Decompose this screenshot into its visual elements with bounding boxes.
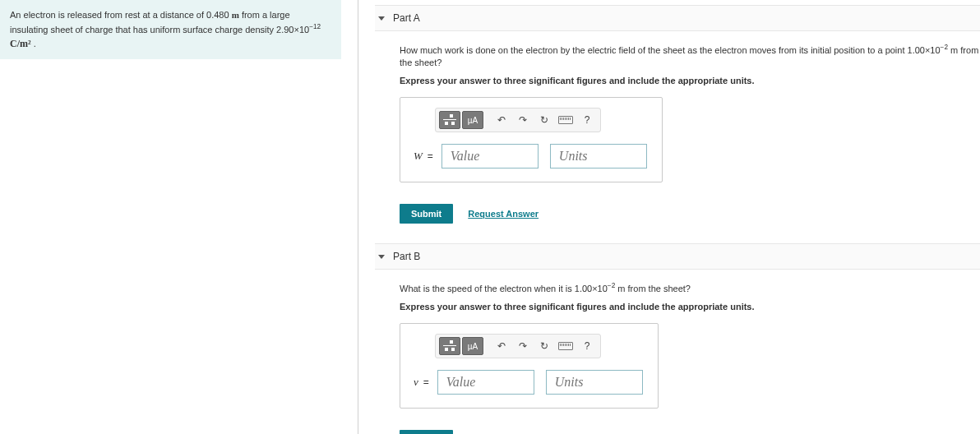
part-b-header[interactable]: Part B xyxy=(375,243,980,270)
part-a-body: How much work is done on the electron by… xyxy=(375,31,980,237)
part-b-variable: v xyxy=(414,376,418,389)
qa-exp: −2 xyxy=(941,44,948,51)
fraction-template-icon[interactable] xyxy=(439,337,460,355)
problem-text-3: . xyxy=(31,39,36,48)
part-b-body: What is the speed of the electron when i… xyxy=(375,270,980,434)
page: An electron is released from rest at a d… xyxy=(0,0,980,434)
redo-icon[interactable]: ↷ xyxy=(513,337,533,355)
part-a-submit-button[interactable]: Submit xyxy=(400,204,453,224)
help-icon[interactable]: ? xyxy=(577,337,597,355)
redo-icon[interactable]: ↷ xyxy=(513,111,533,129)
keyboard-icon[interactable] xyxy=(556,337,576,355)
part-a-instruction: Express your answer to three significant… xyxy=(400,76,980,85)
part-b-block: Part B What is the speed of the electron… xyxy=(375,243,980,434)
part-a-block: Part A How much work is done on the elec… xyxy=(375,6,980,237)
caret-down-icon xyxy=(378,255,385,259)
qa-unit: m xyxy=(950,45,958,55)
keyboard-icon[interactable] xyxy=(556,111,576,129)
part-b-input-row: v = xyxy=(400,358,658,408)
part-b-actions: Submit Request Answer xyxy=(400,420,980,434)
qb-exp: −2 xyxy=(608,282,615,289)
part-a-request-answer-link[interactable]: Request Answer xyxy=(468,209,539,219)
help-icon[interactable]: ? xyxy=(577,111,597,129)
equals-sign: = xyxy=(428,150,433,162)
part-b-submit-button[interactable]: Submit xyxy=(400,430,453,434)
part-a-header[interactable]: Part A xyxy=(375,6,980,31)
vertical-divider xyxy=(358,0,358,434)
part-a-toolbar: µA ↶ ↷ ↻ ? xyxy=(435,108,601,132)
caret-down-icon xyxy=(378,16,385,21)
part-b-instruction: Express your answer to three significant… xyxy=(400,302,980,312)
mu-a-icon[interactable]: µA xyxy=(462,111,483,129)
part-b-answer-frame: µA ↶ ↷ ↻ ? v = xyxy=(400,323,659,409)
part-a-title: Part A xyxy=(393,12,420,24)
part-b-value-input[interactable] xyxy=(437,370,534,395)
mu-a-icon[interactable]: µA xyxy=(462,337,483,355)
part-a-variable: W xyxy=(414,150,423,163)
problem-text-2: insulating sheet of charge that has unif… xyxy=(10,24,309,34)
qb-unit: m xyxy=(617,284,625,293)
unit-cm2: C/m² xyxy=(10,38,31,49)
part-a-actions: Submit Request Answer xyxy=(400,194,980,229)
part-b-units-input[interactable] xyxy=(546,370,643,395)
part-a-answer-frame: µA ↶ ↷ ↻ ? W = xyxy=(400,97,663,182)
problem-text-1: An electron is released from rest at a d… xyxy=(10,10,232,20)
qb-pre: What is the speed of the electron when i… xyxy=(400,284,608,293)
unit-m: m xyxy=(232,10,239,20)
problem-panel: An electron is released from rest at a d… xyxy=(0,0,341,434)
part-b-question: What is the speed of the electron when i… xyxy=(400,281,980,295)
part-b-title: Part B xyxy=(393,251,420,262)
reset-icon[interactable]: ↻ xyxy=(534,337,554,355)
undo-icon[interactable]: ↶ xyxy=(492,337,511,355)
answer-panel: Part A How much work is done on the elec… xyxy=(375,0,980,434)
qa-pre: How much work is done on the electron by… xyxy=(400,45,941,55)
part-a-value-input[interactable] xyxy=(441,144,539,169)
problem-statement: An electron is released from rest at a d… xyxy=(0,0,341,59)
undo-icon[interactable]: ↶ xyxy=(492,111,511,129)
reset-icon[interactable]: ↻ xyxy=(534,111,554,129)
part-a-input-row: W = xyxy=(400,132,662,182)
problem-text-1b: from a large xyxy=(239,10,290,20)
qb-post: from the sheet? xyxy=(626,284,691,293)
part-a-question: How much work is done on the electron by… xyxy=(400,43,980,69)
part-a-units-input[interactable] xyxy=(550,144,647,169)
equals-sign: = xyxy=(423,376,429,388)
fraction-template-icon[interactable] xyxy=(439,111,460,129)
exponent: −12 xyxy=(309,23,321,30)
part-b-toolbar: µA ↶ ↷ ↻ ? xyxy=(435,334,601,358)
